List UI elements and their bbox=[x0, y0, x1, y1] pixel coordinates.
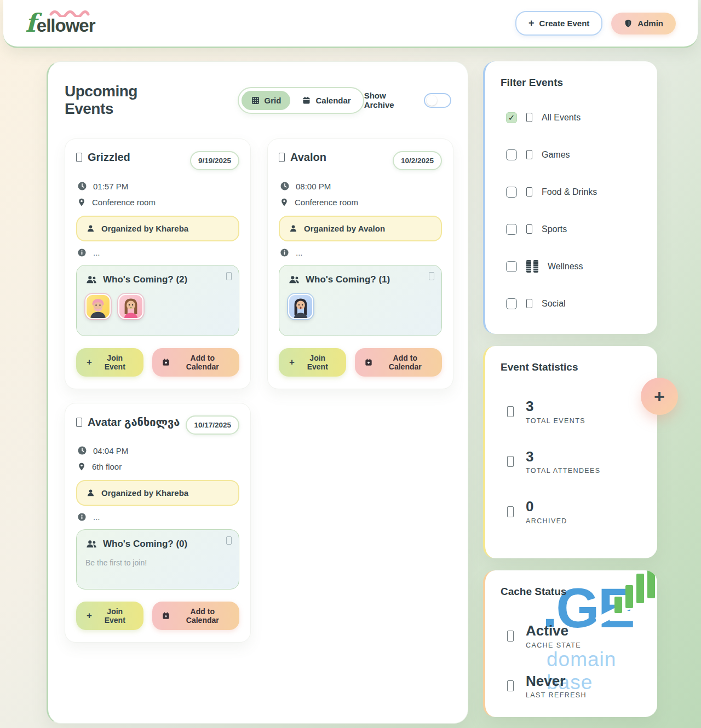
add-to-calendar-button[interactable]: Add to Calendar bbox=[355, 348, 442, 377]
event-time: 01:57 PM bbox=[93, 182, 128, 191]
event-actions: + Join Event Add to Calendar bbox=[76, 348, 239, 377]
grid-view-button[interactable]: Grid bbox=[242, 91, 291, 110]
event-location: 6th floor bbox=[92, 462, 122, 471]
calendar-icon bbox=[302, 96, 311, 105]
stat-value: 3 bbox=[526, 449, 601, 465]
stat-emoji-icon bbox=[507, 506, 514, 517]
page: f ellower + Create Event Admin Upcoming … bbox=[0, 0, 701, 728]
plus-icon: + bbox=[528, 18, 535, 29]
logo-text: ellower bbox=[37, 15, 95, 36]
event-statistics-title: Event Statistics bbox=[501, 361, 642, 373]
description-row: ... bbox=[77, 512, 238, 522]
whos-coming-box: Who's Coming? (2) bbox=[76, 265, 239, 336]
event-title: Avatar განხილვა bbox=[76, 415, 180, 429]
whos-coming-box: Who's Coming? (0) Be the first to join! bbox=[76, 529, 239, 590]
event-title-row: Grizzled 9/19/2025 bbox=[76, 151, 239, 170]
filter-label: Wellness bbox=[548, 262, 583, 271]
description-text: ... bbox=[296, 248, 303, 257]
event-location: Conference room bbox=[92, 198, 156, 207]
people-icon bbox=[288, 275, 300, 285]
whos-coming-title: Who's Coming? (0) bbox=[103, 539, 187, 550]
cache-body: Cache Status Active CACHE STATE Never LA… bbox=[501, 586, 642, 699]
description-row: ... bbox=[77, 248, 238, 257]
calendar-plus-icon bbox=[162, 358, 170, 367]
info-icon bbox=[77, 248, 87, 257]
toggle-knob bbox=[427, 95, 437, 106]
filter-emoji-icon bbox=[526, 224, 532, 234]
logo[interactable]: f ellower bbox=[25, 10, 95, 36]
clock-icon bbox=[77, 181, 87, 191]
organizer-text: Organized by Khareba bbox=[101, 488, 188, 498]
create-event-button[interactable]: + Create Event bbox=[515, 11, 602, 36]
filter-events-title: Filter Events bbox=[501, 77, 642, 89]
attendee-avatars bbox=[85, 294, 230, 319]
filter-row-social[interactable]: Social bbox=[501, 293, 642, 314]
filter-label: Social bbox=[542, 299, 566, 309]
person-icon bbox=[86, 224, 95, 233]
stat-label: TOTAL ATTENDEES bbox=[526, 467, 601, 475]
filter-row-all-events[interactable]: ✓ All Events bbox=[501, 107, 642, 128]
location-pin-icon bbox=[77, 461, 86, 472]
calendar-plus-icon bbox=[162, 611, 170, 620]
whos-coming-emoji-icon bbox=[226, 536, 232, 545]
description-row: ... bbox=[280, 248, 441, 257]
description-text: ... bbox=[93, 512, 100, 522]
calendar-view-button[interactable]: Calendar bbox=[292, 91, 360, 110]
filter-label: Sports bbox=[542, 224, 567, 234]
plus-icon: + bbox=[654, 386, 665, 407]
add-to-calendar-button[interactable]: Add to Calendar bbox=[152, 602, 239, 630]
event-time: 04:04 PM bbox=[93, 446, 128, 455]
event-card-avatar-ganxilva: Avatar განხილვა 10/17/2025 04:04 PM 6th bbox=[65, 403, 251, 643]
event-emoji-icon bbox=[76, 418, 82, 427]
join-event-label: Join Event bbox=[97, 607, 133, 625]
event-location-row: Conference room bbox=[280, 197, 441, 207]
event-actions: + Join Event Add to Calendar bbox=[76, 602, 239, 630]
filter-row-wellness[interactable]: Wellness bbox=[501, 256, 642, 276]
join-event-button[interactable]: + Join Event bbox=[76, 348, 143, 377]
whos-coming-header: Who's Coming? (0) bbox=[85, 539, 230, 550]
header-actions: + Create Event Admin bbox=[515, 11, 676, 36]
page-title: Upcoming Events bbox=[65, 83, 186, 118]
filter-row-sports[interactable]: Sports bbox=[501, 219, 642, 239]
event-title-text: Grizzled bbox=[88, 151, 130, 164]
events-grid: Grizzled 9/19/2025 01:57 PM Conference r bbox=[65, 138, 451, 643]
description-text: ... bbox=[93, 248, 100, 257]
event-location-row: 6th floor bbox=[77, 461, 238, 472]
cache-emoji-icon bbox=[507, 680, 514, 691]
plus-icon: + bbox=[289, 357, 295, 368]
event-emoji-icon bbox=[279, 153, 285, 162]
event-actions: + Join Event Add to Calendar bbox=[279, 348, 442, 377]
location-pin-icon bbox=[280, 197, 289, 207]
stat-list: 3 TOTAL EVENTS 3 TOTAL ATTENDEES 0 ARCHI… bbox=[501, 398, 642, 525]
checkbox-unchecked[interactable] bbox=[506, 298, 517, 309]
cache-label: CACHE STATE bbox=[526, 642, 581, 649]
event-date-badge: 9/19/2025 bbox=[190, 151, 239, 170]
checkbox-checked[interactable]: ✓ bbox=[506, 112, 517, 123]
organizer-pill: Organized by Avalon bbox=[279, 216, 442, 241]
attendee-avatars bbox=[288, 294, 433, 319]
filter-emoji-icon bbox=[526, 299, 532, 308]
last-refresh-row: Never LAST REFRESH bbox=[501, 673, 642, 700]
join-event-button[interactable]: + Join Event bbox=[279, 348, 346, 377]
add-to-calendar-button[interactable]: Add to Calendar bbox=[152, 348, 239, 377]
filter-emoji-icon bbox=[526, 187, 532, 197]
filter-events-panel: Filter Events ✓ All Events Games Food & … bbox=[483, 61, 657, 334]
checkbox-unchecked[interactable] bbox=[506, 224, 517, 235]
checkbox-unchecked[interactable] bbox=[506, 187, 517, 198]
join-event-button[interactable]: + Join Event bbox=[76, 602, 143, 630]
event-time-row: 08:00 PM bbox=[280, 181, 441, 191]
fab-add-button[interactable]: + bbox=[641, 378, 678, 415]
people-icon bbox=[85, 539, 97, 549]
checkbox-unchecked[interactable] bbox=[506, 149, 517, 160]
attendee-avatar bbox=[118, 294, 143, 319]
whos-coming-emoji-icon bbox=[226, 272, 232, 280]
show-archive-toggle[interactable] bbox=[424, 93, 451, 108]
checkbox-unchecked[interactable] bbox=[506, 261, 517, 272]
filter-row-food-drinks[interactable]: Food & Drinks bbox=[501, 182, 642, 202]
cache-value: Active bbox=[526, 623, 581, 639]
event-title: Grizzled bbox=[76, 151, 130, 164]
plus-icon: + bbox=[87, 357, 92, 368]
filter-row-games[interactable]: Games bbox=[501, 145, 642, 165]
admin-button[interactable]: Admin bbox=[611, 13, 676, 34]
stat-total-attendees: 3 TOTAL ATTENDEES bbox=[501, 449, 642, 475]
